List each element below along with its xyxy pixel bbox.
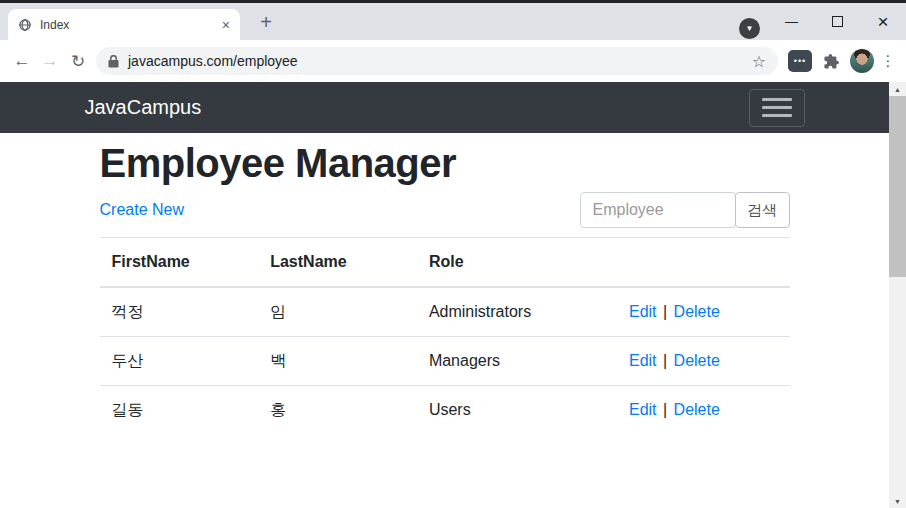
cell-role: Administrators [417,287,617,337]
search-input[interactable] [580,192,736,228]
navbar-brand[interactable]: JavaCampus [85,96,202,119]
reload-icon[interactable]: ↻ [64,47,92,75]
address-bar[interactable]: javacampus.com/employee ☆ [96,47,778,75]
action-separator: | [659,303,672,320]
cell-actions: Edit | Delete [617,337,790,386]
cell-lastname: 홍 [258,386,417,435]
edit-link[interactable]: Edit [629,352,657,369]
delete-link[interactable]: Delete [674,352,720,369]
cell-actions: Edit | Delete [617,386,790,435]
tab-close-icon[interactable]: × [222,18,230,32]
url-text[interactable]: javacampus.com/employee [128,53,298,69]
profile-avatar[interactable] [850,49,874,73]
edit-link[interactable]: Edit [629,401,657,418]
edit-link[interactable]: Edit [629,303,657,320]
scroll-down-icon[interactable]: ▼ [889,494,906,508]
delete-link[interactable]: Delete [674,303,720,320]
bookmark-star-icon[interactable]: ☆ [752,52,766,71]
cell-role: Users [417,386,617,435]
window-controls: — × [768,3,906,40]
header-firstname: FirstName [100,238,259,288]
minimize-icon[interactable]: — [768,3,814,40]
hamburger-bar [762,114,792,117]
maximize-icon[interactable] [814,3,860,40]
site-navbar: JavaCampus [0,82,889,133]
search-button[interactable]: 검색 [735,192,790,228]
table-row: 길동 홍 Users Edit | Delete [100,386,790,435]
cell-lastname: 백 [258,337,417,386]
header-lastname: LastName [258,238,417,288]
cell-actions: Edit | Delete [617,287,790,337]
cell-firstname: 꺽정 [100,287,259,337]
extensions-puzzle-icon[interactable] [819,49,843,73]
page-title: Employee Manager [100,141,790,186]
table-row: 꺽정 임 Administrators Edit | Delete [100,287,790,337]
browser-menu-kebab-icon[interactable]: ⋮ [878,49,898,73]
create-new-link[interactable]: Create New [100,201,184,219]
cell-firstname: 길동 [100,386,259,435]
header-actions [617,238,790,288]
window-close-icon[interactable]: × [860,3,906,40]
browser-tab[interactable]: Index × [8,9,240,40]
cell-firstname: 두산 [100,337,259,386]
search-group: 검색 [580,192,790,228]
extension-badge-icon[interactable]: ••• [788,50,812,72]
scroll-up-icon[interactable]: ▲ [889,82,906,96]
table-header-row: FirstName LastName Role [100,238,790,288]
employee-table: FirstName LastName Role 꺽정 임 Administrat… [100,237,790,434]
download-status-icon[interactable]: ▼ [739,18,760,39]
tab-strip: Index × + ▼ — × [0,3,906,40]
tab-title: Index [40,18,214,32]
back-icon[interactable]: ← [8,47,36,75]
maximize-square [832,16,843,27]
page-viewport: JavaCampus Employee Manager Create New 검… [0,82,889,508]
navbar-hamburger-icon[interactable] [749,89,805,127]
new-tab-icon[interactable]: + [252,8,280,36]
action-separator: | [659,352,672,369]
header-role: Role [417,238,617,288]
browser-toolbar: ← → ↻ javacampus.com/employee ☆ ••• ⋮ [0,40,906,82]
scrollbar-thumb[interactable] [889,96,906,277]
hamburger-bar [762,98,792,101]
main-content: Employee Manager Create New 검색 FirstName… [85,141,805,434]
globe-favicon-icon [18,18,32,32]
action-separator: | [659,401,672,418]
page-scrollbar[interactable]: ▲ ▼ [889,82,906,508]
forward-icon[interactable]: → [36,47,64,75]
cell-lastname: 임 [258,287,417,337]
cell-role: Managers [417,337,617,386]
lock-icon [108,55,119,68]
delete-link[interactable]: Delete [674,401,720,418]
hamburger-bar [762,106,792,109]
table-row: 두산 백 Managers Edit | Delete [100,337,790,386]
actions-row: Create New 검색 [100,192,790,228]
